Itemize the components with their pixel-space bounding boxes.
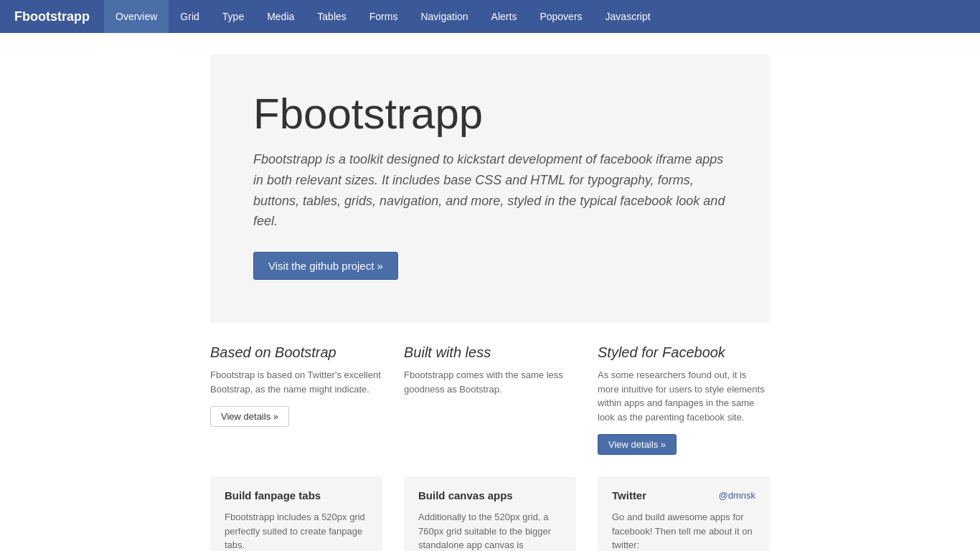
nav-link-media[interactable]: Media: [255, 0, 306, 33]
nav-item-tables[interactable]: Tables: [306, 0, 357, 33]
nav-item-navigation[interactable]: Navigation: [409, 0, 479, 33]
nav-item-javascript[interactable]: Javascript: [594, 0, 662, 33]
nav-link-tables[interactable]: Tables: [306, 0, 357, 33]
twitter-card-header: Twitter @dmnsk: [612, 489, 755, 501]
nav-link-alerts[interactable]: Alerts: [480, 0, 529, 33]
nav-item-media[interactable]: Media: [255, 0, 306, 33]
hero-description: Fbootstrapp is a toolkit designed to kic…: [253, 149, 727, 232]
card-fanpage-title: Build fanpage tabs: [225, 489, 368, 501]
twitter-desc: Go and build awesome apps for facebook! …: [612, 510, 755, 551]
nav-item-forms[interactable]: Forms: [358, 0, 410, 33]
hero-cta-button[interactable]: Visit the github project »: [253, 252, 398, 280]
feature-facebook-btn[interactable]: View details »: [598, 434, 677, 455]
twitter-card: Twitter @dmnsk Go and build awesome apps…: [598, 476, 770, 551]
feature-facebook-title: Styled for Facebook: [598, 344, 770, 361]
nav-link-navigation[interactable]: Navigation: [409, 0, 479, 33]
nav-link-grid[interactable]: Grid: [169, 0, 210, 33]
content-area: Based on Bootstrap Fbootstrap is based o…: [210, 344, 770, 551]
nav-item-popovers[interactable]: Popovers: [528, 0, 593, 33]
nav-item-alerts[interactable]: Alerts: [480, 0, 529, 33]
feature-bootstrap: Based on Bootstrap Fbootstrap is based o…: [210, 344, 382, 455]
twitter-title: Twitter: [612, 489, 646, 501]
nav-link-overview[interactable]: Overview: [104, 0, 169, 33]
hero-title: Fbootstrapp: [253, 90, 727, 138]
card-fanpage-desc: Fbootstrapp includes a 520px grid perfec…: [225, 510, 368, 551]
feature-facebook: Styled for Facebook As some researchers …: [598, 344, 770, 455]
navbar: Fbootstrapp Overview Grid Type Media Tab…: [0, 0, 980, 33]
feature-less-desc: Fbootstrapp comes with the same less goo…: [404, 368, 576, 396]
card-canvas: Build canvas apps Additionally to the 52…: [404, 476, 576, 551]
nav-link-forms[interactable]: Forms: [358, 0, 410, 33]
feature-bootstrap-btn[interactable]: View details »: [210, 406, 289, 427]
feature-bootstrap-title: Based on Bootstrap: [210, 344, 382, 361]
feature-less: Built with less Fbootstrapp comes with t…: [404, 344, 576, 455]
navbar-brand[interactable]: Fbootstrapp: [0, 0, 104, 33]
card-fanpage: Build fanpage tabs Fbootstrapp includes …: [210, 476, 382, 551]
twitter-handle-link[interactable]: @dmnsk: [719, 490, 756, 501]
feature-facebook-desc: As some researchers found out, it is mor…: [598, 368, 770, 424]
card-canvas-desc: Additionally to the 520px grid, a 760px …: [418, 510, 562, 551]
nav-link-popovers[interactable]: Popovers: [528, 0, 593, 33]
hero-section: Fbootstrapp Fbootstrapp is a toolkit des…: [210, 55, 770, 323]
nav-link-type[interactable]: Type: [211, 0, 255, 33]
card-canvas-title: Build canvas apps: [418, 489, 562, 501]
card-row: Build fanpage tabs Fbootstrapp includes …: [210, 476, 770, 551]
nav-item-overview[interactable]: Overview: [104, 0, 169, 33]
nav-item-grid[interactable]: Grid: [169, 0, 210, 33]
feature-less-title: Built with less: [404, 344, 576, 361]
nav-link-javascript[interactable]: Javascript: [594, 0, 662, 33]
feature-row: Based on Bootstrap Fbootstrap is based o…: [210, 344, 770, 455]
nav-item-type[interactable]: Type: [211, 0, 255, 33]
navbar-nav: Overview Grid Type Media Tables Forms Na…: [104, 0, 662, 33]
feature-bootstrap-desc: Fbootstrap is based on Twitter's excelle…: [210, 368, 382, 396]
